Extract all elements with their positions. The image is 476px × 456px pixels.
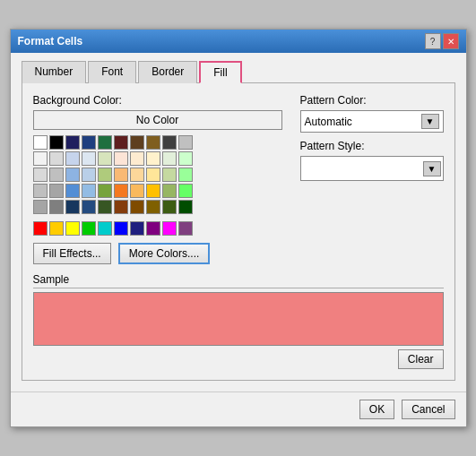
color-cell[interactable]	[130, 135, 144, 150]
color-cell[interactable]	[178, 151, 193, 166]
help-button[interactable]: ?	[425, 33, 441, 49]
tab-number[interactable]: Number	[22, 61, 87, 83]
color-cell[interactable]	[98, 135, 112, 150]
color-cell[interactable]	[33, 184, 48, 198]
more-colors-button[interactable]: More Colors....	[118, 243, 211, 264]
color-cell[interactable]	[146, 151, 160, 166]
tab-fill-content: Background Color: No Color	[22, 83, 455, 381]
color-cell[interactable]	[178, 135, 193, 150]
color-cell[interactable]	[98, 151, 112, 166]
color-cell[interactable]	[33, 168, 48, 182]
format-cells-dialog: Format Cells ? ✕ Number Font Border Fill…	[10, 29, 467, 427]
color-cell[interactable]	[33, 135, 48, 150]
color-cell[interactable]	[130, 168, 144, 182]
dialog-footer: OK Cancel	[11, 391, 466, 426]
color-cell[interactable]	[82, 151, 96, 166]
color-cell[interactable]	[146, 168, 160, 182]
color-cell[interactable]	[178, 184, 193, 198]
color-cell[interactable]	[49, 151, 64, 166]
color-grid	[33, 135, 282, 236]
color-cell[interactable]	[114, 168, 128, 182]
color-cell[interactable]	[49, 184, 64, 198]
color-cell[interactable]	[65, 135, 80, 150]
color-cell[interactable]	[65, 200, 80, 214]
color-cell[interactable]	[49, 200, 64, 214]
color-cell[interactable]	[65, 221, 80, 236]
color-cell[interactable]	[114, 221, 128, 236]
color-cell[interactable]	[98, 168, 112, 182]
tab-font[interactable]: Font	[88, 61, 136, 83]
color-cell[interactable]	[146, 200, 160, 214]
color-cell[interactable]	[98, 200, 112, 214]
color-cell[interactable]	[98, 221, 112, 236]
color-cell[interactable]	[162, 135, 177, 150]
title-bar: Format Cells ? ✕	[11, 30, 466, 53]
close-button[interactable]: ✕	[443, 33, 459, 49]
color-cell[interactable]	[130, 151, 144, 166]
color-cell[interactable]	[130, 184, 144, 198]
color-cell[interactable]	[49, 221, 64, 236]
color-cell[interactable]	[49, 135, 64, 150]
color-cell[interactable]	[162, 184, 177, 198]
background-color-section: Background Color: No Color	[33, 94, 282, 264]
color-cell[interactable]	[82, 184, 96, 198]
color-cell[interactable]	[82, 200, 96, 214]
tab-fill[interactable]: Fill	[199, 61, 241, 83]
pattern-color-label: Pattern Color:	[300, 94, 444, 107]
color-cell[interactable]	[114, 151, 128, 166]
color-cell[interactable]	[178, 221, 193, 236]
color-cell[interactable]	[146, 221, 160, 236]
pattern-style-dropdown[interactable]: ▼	[300, 156, 444, 181]
no-color-button[interactable]: No Color	[33, 110, 282, 130]
color-buttons: Fill Effects... More Colors....	[33, 243, 282, 264]
color-cell[interactable]	[162, 200, 177, 214]
fill-effects-button[interactable]: Fill Effects...	[33, 243, 111, 264]
color-cell[interactable]	[82, 221, 96, 236]
color-cell[interactable]	[82, 135, 96, 150]
color-row-1	[33, 135, 282, 150]
color-cell[interactable]	[65, 168, 80, 182]
dialog-body: Number Font Border Fill Background Color…	[11, 53, 466, 391]
color-cell[interactable]	[65, 184, 80, 198]
clear-button[interactable]: Clear	[398, 349, 444, 369]
sample-preview	[33, 292, 444, 346]
color-cell[interactable]	[130, 221, 144, 236]
pattern-style-label: Pattern Style:	[300, 140, 444, 152]
color-cell[interactable]	[162, 151, 177, 166]
clear-row: Clear	[33, 346, 444, 369]
color-cell[interactable]	[178, 200, 193, 214]
color-cell[interactable]	[162, 168, 177, 182]
cancel-button[interactable]: Cancel	[402, 400, 454, 419]
sample-label: Sample	[33, 273, 444, 288]
color-row-5	[33, 200, 282, 214]
title-bar-buttons: ? ✕	[425, 33, 459, 49]
color-cell[interactable]	[162, 221, 177, 236]
color-cell[interactable]	[49, 168, 64, 182]
pattern-section: Pattern Color: Automatic ▼ Pattern Style…	[300, 94, 444, 264]
color-cell[interactable]	[33, 200, 48, 214]
sample-section: Sample	[33, 273, 444, 346]
background-color-label: Background Color:	[33, 94, 282, 107]
color-row-6	[33, 221, 282, 236]
color-cell[interactable]	[130, 200, 144, 214]
color-cell[interactable]	[82, 168, 96, 182]
tab-border[interactable]: Border	[138, 61, 197, 83]
pattern-color-dropdown[interactable]: Automatic ▼	[300, 110, 444, 133]
chevron-down-icon[interactable]: ▼	[423, 161, 441, 176]
pattern-color-value: Automatic	[305, 116, 352, 128]
color-cell[interactable]	[114, 200, 128, 214]
color-cell[interactable]	[98, 184, 112, 198]
color-cell[interactable]	[65, 151, 80, 166]
color-row-2	[33, 151, 282, 166]
color-cell[interactable]	[114, 184, 128, 198]
color-row-3	[33, 168, 282, 182]
color-cell[interactable]	[178, 168, 193, 182]
color-cell[interactable]	[146, 184, 160, 198]
fill-columns: Background Color: No Color	[33, 94, 444, 264]
ok-button[interactable]: OK	[359, 400, 394, 419]
color-cell[interactable]	[33, 151, 48, 166]
color-cell[interactable]	[114, 135, 128, 150]
color-cell[interactable]	[146, 135, 160, 150]
color-cell[interactable]	[33, 221, 48, 236]
chevron-down-icon[interactable]: ▼	[421, 114, 439, 129]
